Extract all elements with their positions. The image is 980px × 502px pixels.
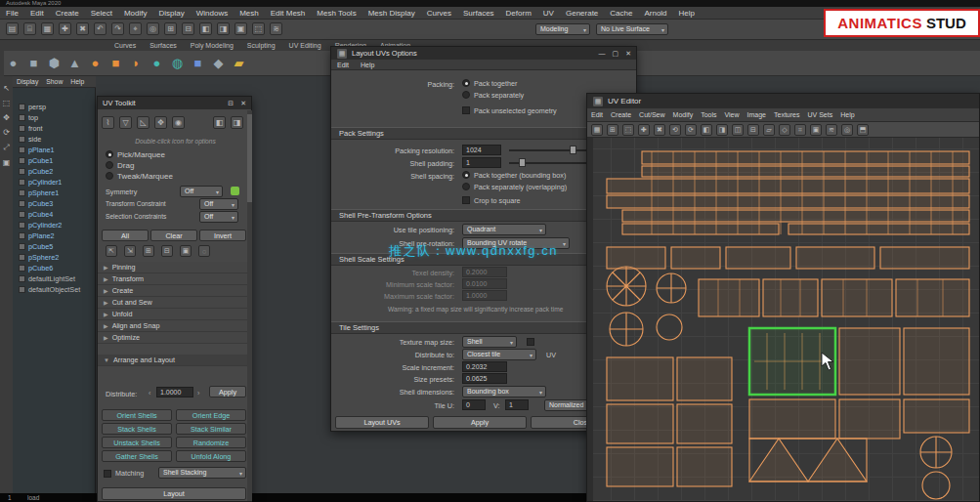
toolkit-section-header[interactable]: ▶Optimize bbox=[98, 332, 247, 344]
dialog-menu-item[interactable]: Help bbox=[355, 62, 380, 68]
uv-editor-toolbar-icon[interactable]: ▦ bbox=[591, 124, 603, 136]
uv-editor-toolbar-icon[interactable]: ⬒ bbox=[857, 124, 869, 136]
tool-icon[interactable]: ⬚ bbox=[3, 99, 11, 107]
spacing-separately-radio[interactable]: Pack separately (overlapping) bbox=[462, 183, 567, 191]
selection-constraints-dropdown[interactable]: Off bbox=[199, 211, 238, 223]
shelf-icon[interactable]: ⬢ bbox=[45, 54, 64, 72]
tool-icon[interactable]: ⤢ bbox=[3, 143, 9, 152]
pack-together-radio[interactable]: Pack together bbox=[462, 79, 517, 88]
outliner-item[interactable]: pSphere2 bbox=[13, 252, 95, 263]
uv-editor-toolbar-icon[interactable]: ▣ bbox=[810, 124, 822, 136]
shelf-tab[interactable]: UV Editing bbox=[282, 42, 328, 49]
select-mode-option[interactable]: Drag bbox=[106, 161, 173, 172]
uv-editor-toolbar-icon[interactable]: ✚ bbox=[638, 124, 650, 136]
grow-shrink-icon[interactable]: ⊞ bbox=[143, 245, 154, 257]
outliner-item[interactable]: top bbox=[13, 112, 95, 123]
crop-square-checkbox[interactable]: Crop to square bbox=[462, 196, 521, 205]
apply-button[interactable]: Apply bbox=[433, 416, 527, 429]
uv-editor-toolbar-icon[interactable]: ◧ bbox=[701, 124, 712, 136]
outliner-menu-item[interactable]: Display bbox=[13, 78, 42, 85]
toolkit-layout-button[interactable]: Layout bbox=[102, 487, 246, 500]
outliner-item[interactable]: pCube1 bbox=[13, 155, 95, 166]
select-mode-option[interactable]: Tweak/Marquee bbox=[106, 172, 173, 183]
uv-editor-toolbar-icon[interactable]: ◨ bbox=[716, 124, 728, 136]
status-icon[interactable]: ⊞ bbox=[164, 22, 177, 35]
outliner-item[interactable]: front bbox=[13, 123, 95, 134]
dock-icon[interactable]: ⊟ bbox=[228, 100, 234, 107]
shelf-icon[interactable]: ▰ bbox=[230, 54, 248, 72]
tool-icon[interactable]: ↖ bbox=[3, 84, 10, 93]
arrange-button[interactable]: Orient Shells bbox=[102, 409, 172, 421]
grow-shrink-icon[interactable]: ⇱ bbox=[106, 245, 117, 257]
menu-item[interactable]: Arnold bbox=[638, 9, 672, 18]
tool-icon[interactable]: ▣ bbox=[3, 158, 11, 167]
pack-separately-radio[interactable]: Pack separately bbox=[462, 91, 524, 100]
distribute-dropdown[interactable]: Closest tile bbox=[462, 349, 536, 360]
menu-item[interactable]: Select bbox=[85, 9, 118, 18]
shelf-icon[interactable]: ◗ bbox=[127, 54, 146, 72]
uv-editor-toolbar-icon[interactable]: ⬚ bbox=[622, 124, 634, 136]
shelf-icon[interactable]: ● bbox=[86, 54, 105, 72]
uv-editor-toolbar-icon[interactable]: ⟳ bbox=[685, 124, 697, 136]
scale-increment-field[interactable]: 0.2032 bbox=[462, 361, 507, 372]
outliner-item[interactable]: pCube3 bbox=[13, 198, 95, 209]
layout-uvs-button[interactable]: Layout UVs bbox=[335, 416, 429, 429]
uv-editor-menu-item[interactable]: View bbox=[721, 111, 744, 118]
menu-item[interactable]: Edit bbox=[24, 9, 50, 18]
shelf-icon[interactable]: ■ bbox=[189, 54, 207, 72]
menu-item[interactable]: Help bbox=[673, 9, 701, 18]
tool-icon[interactable]: ⟳ bbox=[3, 128, 10, 137]
menu-item[interactable]: Surfaces bbox=[457, 9, 500, 18]
status-icon[interactable]: ⌸ bbox=[23, 22, 36, 35]
pack-unselected-checkbox[interactable]: Pack unselected geometry bbox=[462, 106, 557, 115]
grow-shrink-icon[interactable]: ◌ bbox=[198, 245, 210, 257]
uv-editor-toolbar-icon[interactable]: ⟲ bbox=[669, 124, 681, 136]
shelf-icon[interactable]: ◆ bbox=[209, 54, 228, 72]
shelf-icon[interactable]: ● bbox=[148, 54, 166, 72]
shell-padding-field[interactable]: 1 bbox=[462, 157, 501, 168]
status-icon[interactable]: ◎ bbox=[147, 22, 159, 35]
shelf-icon[interactable]: ■ bbox=[107, 54, 125, 72]
toolkit-section-header[interactable]: ▶Cut and Sew bbox=[98, 297, 247, 309]
spinner-right-icon[interactable]: › bbox=[197, 389, 199, 397]
menu-item[interactable]: Edit Mesh bbox=[265, 9, 312, 18]
map-size-dropdown[interactable]: Shell bbox=[462, 336, 517, 348]
menu-item[interactable]: Display bbox=[153, 9, 191, 18]
distribute-apply-button[interactable]: Apply bbox=[209, 386, 246, 397]
uv-editor-toolbar-icon[interactable]: ◫ bbox=[732, 124, 744, 136]
selection-action-button[interactable]: All bbox=[102, 230, 149, 241]
shelf-icon[interactable]: ▲ bbox=[65, 54, 84, 72]
close-icon[interactable]: ✕ bbox=[625, 50, 631, 58]
outliner-item[interactable]: defaultLightSet bbox=[13, 273, 95, 284]
shelf-icon[interactable]: ● bbox=[4, 54, 22, 72]
toolkit-section-header[interactable]: ▶Unfold bbox=[98, 309, 247, 320]
toolkit-scrollbar[interactable] bbox=[247, 110, 252, 501]
status-icon[interactable]: ⊟ bbox=[182, 22, 194, 35]
selection-action-button[interactable]: Invert bbox=[199, 230, 246, 241]
shelf-tab[interactable]: Curves bbox=[107, 42, 143, 49]
uv-editor-toolbar-icon[interactable]: ≋ bbox=[826, 124, 837, 136]
outliner-item[interactable]: pCylinder2 bbox=[13, 220, 95, 230]
uv-editor-toolbar-icon[interactable]: ⌗ bbox=[794, 124, 806, 136]
uv-editor-toolbar-icon[interactable]: ▱ bbox=[763, 124, 775, 136]
arrange-button[interactable]: Unfold Along bbox=[176, 450, 246, 462]
close-icon[interactable]: ✕ bbox=[240, 100, 246, 107]
menu-item[interactable]: Mesh Tools bbox=[311, 9, 362, 18]
packing-resolution-field[interactable]: 1024 bbox=[462, 145, 501, 155]
menu-item[interactable]: Mesh bbox=[234, 9, 265, 18]
status-icon[interactable]: ✚ bbox=[59, 22, 71, 35]
uv-editor-menu-item[interactable]: Tools bbox=[697, 111, 720, 118]
live-surface-dropdown[interactable]: No Live Surface bbox=[596, 23, 668, 35]
grow-shrink-icon[interactable]: ⇲ bbox=[124, 245, 136, 257]
uv-editor-menu-item[interactable]: Modify bbox=[669, 111, 698, 118]
status-icon[interactable]: ◧ bbox=[199, 22, 212, 35]
uv-editor-toolbar-icon[interactable]: ⊟ bbox=[747, 124, 759, 136]
outliner-item[interactable]: pCube5 bbox=[13, 241, 95, 252]
shelf-tab[interactable]: Surfaces bbox=[143, 42, 184, 49]
shelf-tab[interactable]: Poly Modeling bbox=[184, 42, 240, 49]
uv-editor-menu-item[interactable]: Create bbox=[607, 111, 635, 118]
outliner-item[interactable]: pCube2 bbox=[13, 166, 95, 177]
arrange-layout-header[interactable]: ▼ Arrange and Layout bbox=[98, 355, 247, 366]
shell-dimensions-dropdown[interactable]: Bounding box bbox=[462, 386, 546, 397]
uv-tool-icon[interactable]: ▽ bbox=[119, 116, 132, 129]
